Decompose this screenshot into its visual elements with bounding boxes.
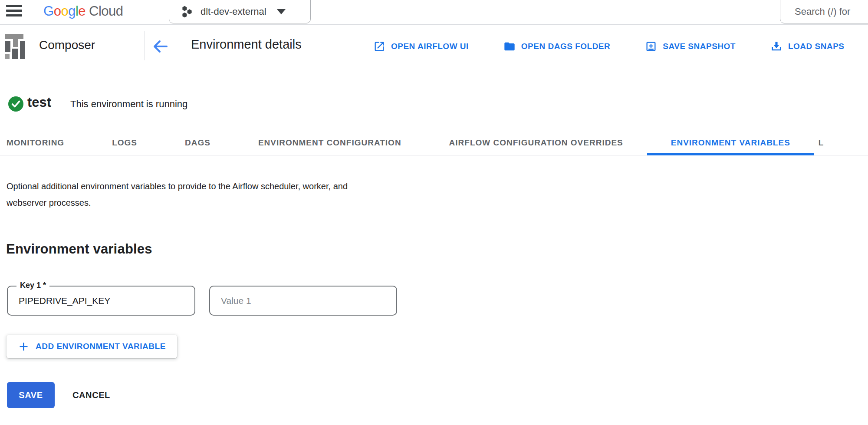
logo-letter: G [43,3,54,19]
cancel-button[interactable]: CANCEL [72,382,110,408]
menu-icon[interactable] [6,3,23,21]
logo-letter: o [54,3,61,19]
project-name: dlt-dev-external [201,6,266,17]
search-input[interactable] [795,6,868,17]
tab-bar: MONITORING LOGS DAGS ENVIRONMENT CONFIGU… [0,131,868,155]
add-environment-variable-button[interactable]: ADD ENVIRONMENT VARIABLE [7,335,177,358]
action-label: OPEN AIRFLOW UI [391,42,469,51]
product-name: Composer [39,38,95,52]
value-field [209,286,397,316]
add-button-label: ADD ENVIRONMENT VARIABLE [36,342,166,351]
logo-cloud-text: Cloud [89,3,123,19]
page-title: Environment details [191,37,302,52]
tab-airflow-configuration-overrides[interactable]: AIRFLOW CONFIGURATION OVERRIDES [425,131,647,155]
project-hexagons-icon [181,5,194,18]
open-dags-folder-button[interactable]: OPEN DAGS FOLDER [503,40,610,53]
project-selector[interactable]: dlt-dev-external [169,0,311,23]
tab-monitoring[interactable]: MONITORING [0,131,88,155]
key-field-label: Key 1 * [16,281,49,290]
save-snapshot-icon [645,40,657,53]
tab-dags[interactable]: DAGS [161,131,234,155]
save-button[interactable]: SAVE [7,382,55,408]
product-header: Composer Environment details OPEN AIRFLO… [0,25,868,67]
tab-environment-configuration[interactable]: ENVIRONMENT CONFIGURATION [234,131,425,155]
logo-letter: e [78,3,85,19]
folder-icon [503,40,516,53]
logo-letter: g [68,3,76,19]
search-bar [780,0,868,23]
download-icon [770,40,783,53]
logo-letter: o [61,3,68,19]
open-in-new-icon [373,40,385,53]
open-airflow-ui-button[interactable]: OPEN AIRFLOW UI [373,40,469,53]
top-app-bar: GoogleCloud dlt-dev-external [0,0,868,25]
plus-icon [18,341,30,353]
tab-labels-clipped[interactable]: L [814,131,848,155]
value-input[interactable] [210,287,396,315]
tab-description: Optional additional environment variable… [7,178,380,211]
section-heading: Environment variables [6,241,152,257]
key-field: Key 1 * [7,286,195,316]
environment-name: test [27,95,51,110]
chevron-down-icon [277,9,286,14]
check-circle-icon [8,96,24,112]
composer-logo-icon [3,33,26,59]
header-actions: OPEN AIRFLOW UI OPEN DAGS FOLDER SAVE SN… [373,25,845,67]
tab-environment-variables[interactable]: ENVIRONMENT VARIABLES [647,131,814,155]
action-label: OPEN DAGS FOLDER [521,42,610,51]
load-snapshot-button[interactable]: LOAD SNAPS [770,40,845,53]
tab-logs[interactable]: LOGS [88,131,161,155]
google-cloud-logo[interactable]: GoogleCloud [43,3,123,19]
divider [145,31,145,60]
save-snapshot-button[interactable]: SAVE SNAPSHOT [645,40,736,53]
environment-status-row: test This environment is running [0,68,868,131]
key-input[interactable] [8,287,194,315]
back-arrow-icon[interactable] [151,36,171,56]
action-label: SAVE SNAPSHOT [663,42,736,51]
action-label: LOAD SNAPS [788,42,845,51]
environment-status-text: This environment is running [70,99,187,110]
